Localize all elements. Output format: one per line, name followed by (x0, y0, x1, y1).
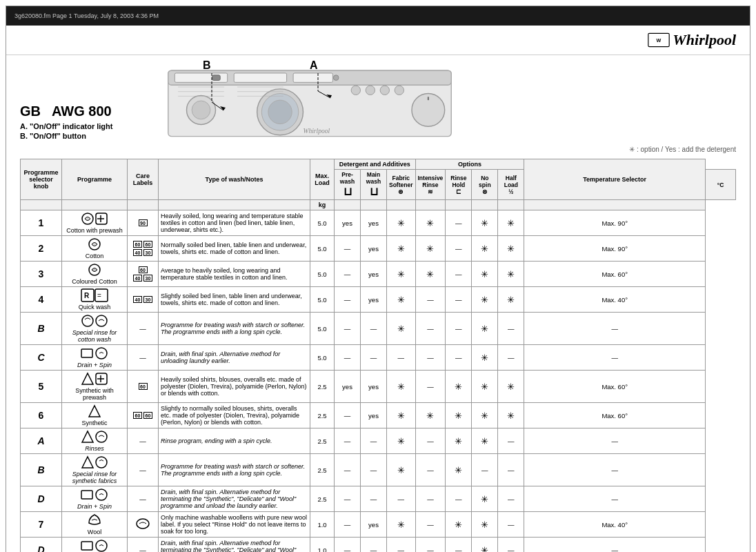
sub-no-spin: No spin ⊗ (472, 170, 498, 200)
programme-id-cell: 2 (21, 236, 62, 262)
table-row: DDrain + Spin for wool—Drain, with final… (21, 538, 736, 553)
col-care-labels: Care Labels (128, 159, 159, 200)
svg-rect-48 (81, 491, 92, 499)
rinse-hold-cell: — (446, 345, 472, 371)
col-max-load: Max. Load (310, 159, 335, 200)
no-spin-cell: ✳ (472, 428, 498, 454)
sub-temp-unit: °C (706, 170, 736, 200)
type-of-wash-cell: Only machine washable woollens with pure… (159, 512, 310, 538)
svg-point-14 (366, 86, 375, 95)
svg-text:R: R (84, 292, 90, 299)
care-label-cell: — (128, 486, 159, 512)
intensive-rinse-cell: — (415, 313, 446, 345)
col-programme-selector: Programme selector knob (21, 159, 62, 200)
max-load-cell: 5.0 (310, 210, 335, 236)
fabric-softener-cell: ✳ (387, 371, 416, 403)
pre-wash-cell: — (335, 236, 361, 262)
svg-point-47 (96, 457, 107, 468)
rinse-hold-cell: ✳ (446, 454, 472, 486)
table-row: 6Synthetic6060Slightly to normally soile… (21, 403, 736, 428)
half-load-cell: — (498, 538, 524, 553)
max-load-cell: 5.0 (310, 287, 335, 313)
fabric-softener-cell: ✳ (387, 210, 416, 236)
programme-id-cell: A (21, 428, 62, 454)
page-wrapper: 3g620080.fm Page 1 Tuesday, July 8, 2003… (6, 6, 750, 552)
main-wash-cell: — (361, 428, 387, 454)
max-load-cell: 2.5 (310, 403, 335, 428)
table-row: 7WoolOnly machine washable woollens with… (21, 512, 736, 538)
care-label-cell: 4030 (128, 287, 159, 313)
rinse-hold-cell: — (446, 287, 472, 313)
type-of-wash-cell: Heavily soiled shirts, blouses, overalls… (159, 371, 310, 403)
max-load-cell: 2.5 (310, 371, 335, 403)
svg-rect-11 (234, 73, 286, 82)
top-bar: 3g620080.fm Page 1 Tuesday, July 8, 2003… (6, 6, 750, 26)
col-options-group: Options (415, 159, 524, 170)
svg-text:=: = (97, 292, 101, 299)
col-programme: Programme (62, 159, 128, 200)
main-wash-cell: yes (361, 287, 387, 313)
temperature-cell: — (524, 454, 706, 486)
type-of-wash-cell: Rinse program, ending with a spin cycle. (159, 428, 310, 454)
svg-point-49 (96, 489, 107, 500)
half-load-cell: — (498, 486, 524, 512)
care-label-cell: 90 (128, 210, 159, 236)
main-wash-cell: — (361, 313, 387, 345)
no-spin-cell: ✳ (472, 486, 498, 512)
temperature-cell: — (524, 345, 706, 371)
type-of-wash-cell: Programme for treating wash with starch … (159, 313, 310, 345)
programme-id-cell: 6 (21, 403, 62, 428)
col-detergent-group: Detergent and Additives (335, 159, 416, 170)
care-label-cell (128, 512, 159, 538)
temperature-cell: Max. 40° (524, 287, 706, 313)
load-unit-cell: kg (310, 200, 335, 210)
half-load-cell: — (498, 454, 524, 486)
programme-id-cell: 5 (21, 371, 62, 403)
no-spin-cell: ✳ (472, 512, 498, 538)
svg-point-13 (351, 86, 360, 95)
pre-wash-cell: — (335, 262, 361, 287)
svg-point-42 (96, 315, 107, 326)
type-of-wash-cell: Drain, with final spin. Alternative meth… (159, 538, 310, 553)
no-spin-cell: ✳ (472, 287, 498, 313)
svg-rect-12 (293, 73, 332, 82)
rinse-hold-cell: — (446, 236, 472, 262)
half-load-cell: — (498, 428, 524, 454)
sub-half-load: Half Load ½ (498, 170, 524, 200)
temperature-cell: Max. 60° (524, 262, 706, 287)
temperature-cell: — (524, 538, 706, 553)
programme-name-cell: Synthetic (62, 403, 128, 428)
fabric-softener-cell: ✳ (387, 313, 416, 345)
temperature-cell: — (524, 486, 706, 512)
intensive-rinse-cell: ✳ (415, 262, 446, 287)
indicator-label: A. "On/Off" indicator light (20, 122, 155, 130)
intensive-rinse-cell: — (415, 371, 446, 403)
fabric-softener-cell: ✳ (387, 403, 416, 428)
max-load-cell: 2.5 (310, 486, 335, 512)
svg-point-52 (96, 540, 107, 551)
care-label-cell: 60 (128, 371, 159, 403)
type-of-wash-cell: Drain, with final spin. Alternative meth… (159, 486, 310, 512)
sub-intensive-rinse: Intensive Rinse ≋ (415, 170, 446, 200)
pre-wash-cell: yes (335, 371, 361, 403)
temperature-cell: — (524, 428, 706, 454)
svg-point-31 (333, 75, 339, 81)
programme-name-cell: Synthetic with prewash (62, 371, 128, 403)
table-row: BSpecial rinse for synthetic fabrics—Pro… (21, 454, 736, 486)
intensive-rinse-cell: — (415, 486, 446, 512)
table-row: 4R=Quick wash4030Slightly soiled bed lin… (21, 287, 736, 313)
programme-table: Programme selector knob Programme Care L… (20, 159, 736, 552)
pre-wash-cell: — (335, 486, 361, 512)
whirlpool-logo-icon: W (648, 32, 670, 48)
temperature-cell: — (524, 313, 706, 345)
fabric-softener-cell: ✳ (387, 236, 416, 262)
image-note: ✳ : option / Yes : add the detergent (165, 146, 736, 153)
table-row: 1Cotton with prewash90Heavily soiled, lo… (21, 210, 736, 236)
rinse-hold-cell: ✳ (446, 371, 472, 403)
type-of-wash-cell: Slightly soiled bed linen, table linen a… (159, 287, 310, 313)
logo-area: W Whirlpool (648, 31, 736, 49)
no-spin-cell: ✳ (472, 371, 498, 403)
care-label-cell: 6060 (128, 403, 159, 428)
programme-name-cell: Wool (62, 512, 128, 538)
max-load-cell: 5.0 (310, 345, 335, 371)
